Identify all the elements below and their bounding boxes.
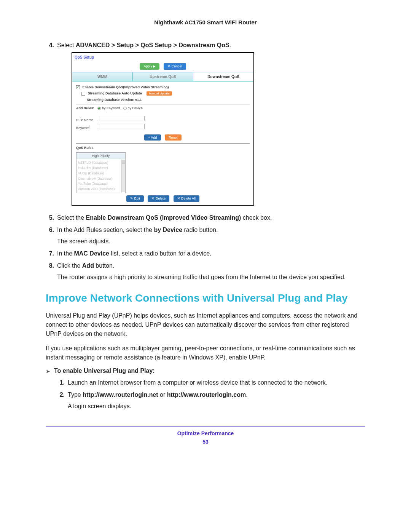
add-rule-button[interactable]: + Add [144,134,161,141]
step-text: Launch an Internet browser from a comput… [68,379,327,386]
document-page: Nighthawk AC1750 Smart WiFi Router 4. Se… [0,0,411,532]
step-text: or [158,391,167,398]
step-4: 4. Select ADVANCED > Setup > QoS Setup >… [46,41,365,210]
divider [76,144,250,144]
step-number: 7. [46,249,54,258]
page-footer: Optimize Performance 53 [46,430,365,445]
add-rules-row: Add Rules: by Keyword by Device [76,106,250,111]
step-text: Type [68,391,83,398]
step-number: 6. [46,225,54,246]
rule-item[interactable]: NETFLIX (Database) [78,160,124,165]
footer-page-number: 53 [46,439,365,445]
task-step-2: 2. Type http://www.routerlogin.net or ht… [56,390,365,411]
main-step-list: 4. Select ADVANCED > Setup > QoS Setup >… [46,41,365,282]
step-result: The screen adjusts. [57,237,365,246]
panel-title: QoS Setup [72,53,253,62]
step-number: 8. [46,261,54,282]
step-text: Select [57,42,76,48]
enable-downstream-row: Enable Downstream QoS(Improved Video Str… [76,85,250,90]
step-text: list, select a radio button for a device… [109,250,212,257]
footer-rule [46,426,365,427]
enable-downstream-label: Enable Downstream QoS(Improved Video Str… [83,85,169,89]
db-version: Streaming Database Version: v1.1 [87,97,250,103]
step-text: In the Add Rules section, select the [57,227,154,233]
step-result: The router assigns a high priority to st… [57,273,365,282]
arrow-icon: ➤ [46,367,50,374]
step-8: 8. Click the Add button. The router assi… [46,261,365,282]
step-text: Select the [57,214,86,221]
ui-element-name: Add [82,262,94,269]
rule-item[interactable]: CinemaNow (Database) [78,176,124,181]
tab-row: WMM Upstream QoS Downstream QoS [72,72,253,81]
rule-name-input[interactable] [99,116,145,121]
keyword-input[interactable] [99,124,145,129]
cancel-button[interactable]: ✕ Cancel [164,63,186,70]
enable-downstream-checkbox[interactable] [76,85,80,89]
manual-update-button[interactable]: Manual Update [147,91,172,96]
step-7: 7. In the MAC Device list, select a radi… [46,249,365,258]
ui-element-name: MAC Device [74,250,109,257]
ui-element-name: by Device [154,227,182,233]
step-6: 6. In the Add Rules section, select the … [46,225,365,246]
edit-button[interactable]: ✎ Edit [126,195,144,202]
high-priority-header: High Priority [76,153,125,160]
task-heading: ➤ To enable Universal Plug and Play: [46,367,365,374]
delete-button[interactable]: ✕ Delete [148,195,169,202]
by-keyword-label: by Keyword [102,106,120,110]
qos-setup-screenshot: QoS Setup Apply ▶ ✕ Cancel WMM Upstream … [72,52,254,206]
footer-section-name: Optimize Performance [46,430,365,436]
reset-button[interactable]: Reset [165,134,182,141]
url-text: http://www.routerlogin.com [167,391,246,398]
add-rules-label: Add Rules: [76,106,94,110]
auto-update-label: Streaming Database Auto Update [88,91,142,95]
step-text: In the [57,250,74,257]
panel-button-row: Apply ▶ ✕ Cancel [72,62,253,72]
step-number: 4. [46,41,54,210]
step-text: Click the [57,262,82,269]
step-text: button. [94,262,114,269]
qos-rules-label: QoS Rules [76,145,250,151]
by-device-radio[interactable] [123,107,127,110]
by-keyword-radio[interactable] [97,107,101,110]
apply-button[interactable]: Apply ▶ [140,63,159,70]
step-number: 5. [46,213,54,222]
step-text: . [229,42,231,48]
ui-element-name: Enable Downstream QoS (Improved Video St… [86,214,241,221]
document-header: Nighthawk AC1750 Smart WiFi Router [46,19,365,26]
divider [76,104,250,104]
rule-item[interactable]: Amazon VOD (Database) [78,187,124,192]
delete-all-button[interactable]: ✕ Delete All [174,195,200,202]
body-paragraph: If you use applications such as multipla… [46,344,365,362]
url-text: http://www.routerlogin.net [83,391,158,398]
step-result: A login screen displays. [68,402,365,411]
rule-item[interactable]: YouTube (Database) [78,181,124,186]
high-priority-list: High Priority NETFLIX (Database) HuluPlu… [76,152,126,193]
task-step-1: 1. Launch an Internet browser from a com… [56,378,365,387]
tab-downstream[interactable]: Downstream QoS [193,72,253,81]
scrollbar[interactable] [121,160,125,192]
rule-name-label: Rule Name [76,118,99,123]
step-text: . [246,391,247,398]
step-text: check box. [241,214,272,221]
section-heading-upnp: Improve Network Connections with Univers… [46,292,365,305]
task-title: To enable Universal Plug and Play: [54,367,155,374]
step-number: 1. [56,378,65,387]
rule-item[interactable]: VUDU (Database) [78,171,124,176]
keyword-label: Keyword [76,126,99,131]
tab-upstream[interactable]: Upstream QoS [133,72,193,81]
nav-path: ADVANCED > Setup > QoS Setup > Downstrea… [76,42,229,48]
step-text: radio button. [182,227,218,233]
body-paragraph: Universal Plug and Play (UPnP) helps dev… [46,311,365,339]
tab-wmm[interactable]: WMM [72,72,133,81]
rule-item[interactable]: HuluPlus (Database) [78,166,124,171]
step-number: 2. [56,390,65,411]
by-device-label: by Device [128,106,143,110]
auto-update-checkbox[interactable] [81,92,85,96]
step-5: 5. Select the Enable Downstream QoS (Imp… [46,213,365,222]
task-step-list: 1. Launch an Internet browser from a com… [46,378,365,411]
